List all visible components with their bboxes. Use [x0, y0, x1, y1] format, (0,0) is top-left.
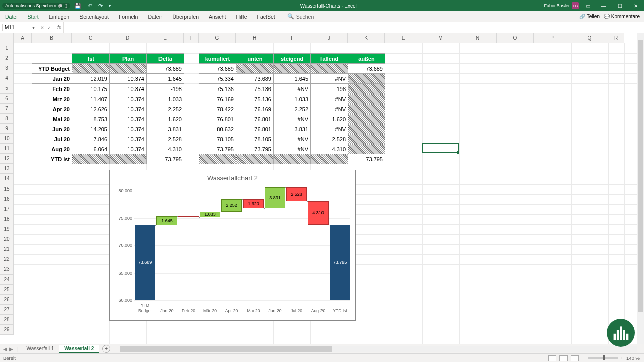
cell[interactable]: 80.632 [199, 124, 236, 134]
cell[interactable]: 75.136 [236, 84, 274, 94]
cell[interactable] [72, 64, 110, 74]
col-header-K[interactable]: K [348, 33, 385, 43]
cell[interactable]: #NV [311, 94, 348, 104]
undo-icon[interactable]: ↶ [86, 3, 94, 9]
cell[interactable]: 3.831 [147, 124, 184, 134]
cell[interactable] [110, 64, 147, 74]
cell[interactable]: 10.374 [110, 94, 147, 104]
cell[interactable]: 6.064 [72, 144, 110, 154]
cell[interactable] [348, 104, 385, 114]
cell[interactable]: -2.528 [147, 134, 184, 144]
waterfall-chart[interactable]: Wasserfallchart 260.00065.00070.00075.00… [109, 170, 356, 321]
cell[interactable]: -1.620 [147, 114, 184, 124]
accept-formula-icon[interactable]: ✓ [46, 25, 52, 30]
cell[interactable]: 10.374 [110, 124, 147, 134]
cell[interactable]: 73.689 [348, 64, 385, 74]
table-header[interactable]: außen [348, 54, 385, 64]
cell[interactable]: Jan 20 [32, 74, 72, 84]
row-header-8[interactable]: 8 [0, 114, 14, 124]
row-header-11[interactable]: 11 [0, 144, 14, 154]
table-header[interactable]: Plan [110, 54, 147, 64]
search-hint[interactable]: Suchen [294, 14, 314, 20]
row-header-23[interactable]: 23 [0, 264, 14, 275]
cell[interactable]: Feb 20 [32, 84, 72, 94]
row-header-13[interactable]: 13 [0, 164, 14, 174]
col-header-J[interactable]: J [310, 33, 348, 43]
ribbon-options-icon[interactable]: ▭ [581, 0, 595, 11]
formula-input[interactable] [63, 22, 644, 33]
cell[interactable]: 10.374 [110, 144, 147, 154]
cell[interactable]: 73.795 [147, 154, 184, 164]
row-header-21[interactable]: 21 [0, 244, 14, 254]
cell[interactable]: Mrz 20 [32, 94, 72, 104]
cell[interactable]: 3.831 [274, 124, 311, 134]
tab-nav-prev-icon[interactable]: ◀ [0, 346, 8, 352]
row-header-10[interactable]: 10 [0, 134, 14, 144]
cell[interactable]: 73.795 [236, 144, 274, 154]
col-header-R[interactable]: R [608, 33, 624, 43]
add-sheet-button[interactable]: + [102, 345, 110, 353]
table-header[interactable]: steigend [274, 54, 311, 64]
cell[interactable]: #NV [311, 74, 348, 84]
cell[interactable]: 12.019 [72, 74, 110, 84]
waterfall-bar[interactable]: 73.689 [135, 225, 155, 300]
cell[interactable] [236, 154, 274, 164]
row-header-18[interactable]: 18 [0, 214, 14, 224]
row-header-29[interactable]: 29 [0, 325, 14, 335]
row-header-9[interactable]: 9 [0, 124, 14, 134]
horizontal-scrollbar[interactable] [120, 346, 637, 352]
table-header[interactable] [32, 54, 72, 64]
waterfall-bar[interactable]: 1.620 [243, 199, 264, 208]
cell[interactable]: 10.374 [110, 84, 147, 94]
cell[interactable]: #NV [311, 124, 348, 134]
user-name[interactable]: Fabio Basler [544, 3, 570, 8]
waterfall-bar[interactable]: 2.252 [221, 199, 242, 212]
cell[interactable]: 76.169 [236, 104, 274, 114]
cell[interactable]: 10.175 [72, 84, 110, 94]
cell[interactable]: 10.374 [110, 104, 147, 114]
table-header[interactable]: unten [236, 54, 274, 64]
row-header-3[interactable]: 3 [0, 63, 14, 73]
ribbon-tab-formeln[interactable]: Formeln [114, 14, 143, 20]
table-header[interactable]: kumuliert [199, 54, 236, 64]
col-header-E[interactable]: E [146, 33, 184, 43]
ribbon-tab-hilfe[interactable]: Hilfe [231, 14, 252, 20]
cell[interactable]: Jul 20 [32, 134, 72, 144]
row-header-27[interactable]: 27 [0, 305, 14, 315]
cell[interactable]: YTD Budget [32, 64, 72, 74]
cell[interactable] [348, 94, 385, 104]
row-header-28[interactable]: 28 [0, 315, 14, 325]
cell[interactable]: 73.795 [199, 144, 236, 154]
cell[interactable]: 14.205 [72, 124, 110, 134]
zoom-out-button[interactable]: − [582, 355, 585, 361]
cell[interactable] [274, 154, 311, 164]
cell[interactable]: #NV [274, 134, 311, 144]
waterfall-bar[interactable] [178, 216, 199, 217]
col-header-N[interactable]: N [459, 33, 497, 43]
row-header-15[interactable]: 15 [0, 184, 14, 194]
cell[interactable]: 73.795 [348, 154, 385, 164]
cell[interactable]: 78.105 [236, 134, 274, 144]
col-header-O[interactable]: O [497, 33, 534, 43]
cell[interactable]: 1.645 [147, 74, 184, 84]
zoom-in-button[interactable]: + [621, 355, 624, 361]
waterfall-bar[interactable]: 2.528 [286, 187, 307, 201]
waterfall-bar[interactable]: 3.831 [265, 187, 285, 208]
cell[interactable]: YTD Ist [32, 154, 72, 164]
row-header-1[interactable]: 1 [0, 43, 14, 53]
cell[interactable]: 75.136 [236, 94, 274, 104]
cell[interactable]: 76.801 [236, 114, 274, 124]
cell[interactable]: 7.846 [72, 134, 110, 144]
cell[interactable] [72, 154, 110, 164]
waterfall-bar[interactable]: 4.310 [308, 201, 329, 225]
row-header-2[interactable]: 2 [0, 53, 14, 63]
row-header-5[interactable]: 5 [0, 83, 14, 94]
cell[interactable] [348, 144, 385, 154]
cell[interactable]: 73.689 [147, 64, 184, 74]
ribbon-tab-datei[interactable]: Datei [0, 14, 23, 20]
page-break-view-button[interactable] [571, 355, 579, 361]
minimize-button[interactable]: — [597, 0, 611, 11]
cell[interactable]: 11.407 [72, 94, 110, 104]
save-icon[interactable]: 💾 [72, 3, 84, 9]
ribbon-tab-ansicht[interactable]: Ansicht [204, 14, 231, 20]
